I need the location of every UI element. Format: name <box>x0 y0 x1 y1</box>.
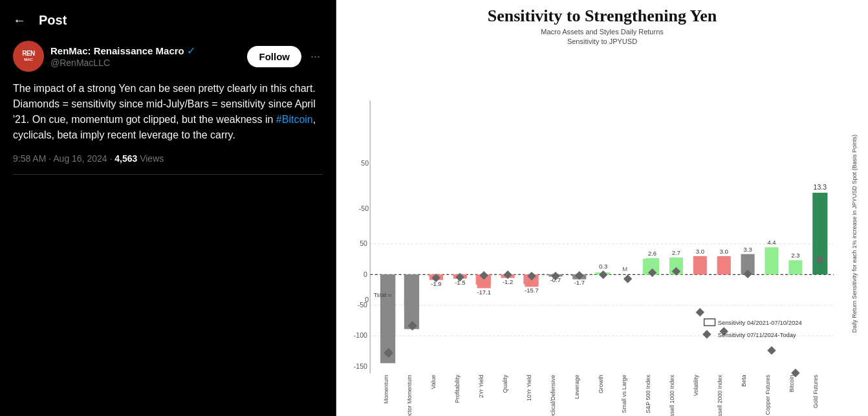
profile-row: REN MAC RenMac: Renaissance Macro ✓ @Ren… <box>13 41 323 72</box>
bitcoin-hashtag[interactable]: #Bitcoin <box>276 114 313 125</box>
tweet-views-label: Views <box>140 153 164 164</box>
svg-text:Growth: Growth <box>598 375 604 393</box>
tweet-meta: 9:58 AM · Aug 16, 2024 · 4,563 Views <box>13 153 323 164</box>
chart-subtitle: Macro Assets and Styles Daily Returns Se… <box>343 27 862 47</box>
back-button[interactable]: ← <box>13 10 31 30</box>
svg-text:0.3: 0.3 <box>599 263 607 270</box>
follow-button[interactable]: Follow <box>247 46 301 67</box>
svg-text:3.0: 3.0 <box>720 247 728 254</box>
chart-title: Sensitivity to Strengthening Yen <box>343 6 862 26</box>
divider <box>13 174 323 175</box>
svg-text:M: M <box>622 265 627 272</box>
svg-text:0: 0 <box>363 270 367 278</box>
svg-text:50: 50 <box>360 239 367 247</box>
svg-text:4.4: 4.4 <box>767 239 776 246</box>
svg-text:Bitcoin: Bitcoin <box>788 375 795 392</box>
svg-text:Tstat =: Tstat = <box>373 291 392 298</box>
svg-text:Gold Futures: Gold Futures <box>812 375 819 408</box>
svg-text:-50: -50 <box>359 204 369 212</box>
svg-rect-94 <box>704 319 715 326</box>
svg-rect-66 <box>624 274 632 283</box>
svg-rect-69 <box>696 308 704 316</box>
svg-text:Leverage: Leverage <box>574 375 580 399</box>
profile-handle: @RenMacLLC <box>50 58 241 68</box>
chart-main: 50 0 -50 50 0 -50 -100 <box>343 51 847 416</box>
tweet-timestamp: 9:58 AM · Aug 16, 2024 <box>13 153 107 164</box>
svg-text:-1.2: -1.2 <box>503 278 513 285</box>
chart-svg: 50 0 -50 50 0 -50 -100 <box>343 51 847 416</box>
profile-info: RenMac: Renaissance Macro ✓ @RenMacLLC <box>50 45 241 68</box>
svg-text:-1.7: -1.7 <box>574 279 585 286</box>
tweet-text-before: The impact of a strong Yen can be seen p… <box>13 83 316 125</box>
svg-text:S&P 500 Index: S&P 500 Index <box>645 375 651 413</box>
svg-text:2.7: 2.7 <box>672 249 680 256</box>
svg-text:-17.1: -17.1 <box>477 289 491 296</box>
post-header: ← Post <box>13 10 323 30</box>
avatar-text-small: MAC <box>24 58 33 62</box>
svg-text:2Yr Yield: 2Yr Yield <box>478 375 484 398</box>
svg-text:Momentum: Momentum <box>383 375 389 404</box>
chart-y-axis-label: Daily Return Sensitivity for each 1% inc… <box>847 51 862 416</box>
bar-sector-momentum <box>404 274 419 329</box>
tweet-body: The impact of a strong Yen can be seen p… <box>13 81 323 143</box>
profile-name-row: RenMac: Renaissance Macro ✓ <box>50 45 241 57</box>
chart-area: 50 0 -50 50 0 -50 -100 <box>343 51 862 416</box>
svg-rect-32 <box>693 256 707 274</box>
more-button[interactable]: ··· <box>308 47 323 66</box>
avatar-text-big: REN <box>22 50 35 58</box>
svg-text:2.3: 2.3 <box>791 252 799 259</box>
svg-text:2.6: 2.6 <box>648 250 656 257</box>
svg-text:Value: Value <box>430 375 437 389</box>
svg-text:Beta: Beta <box>741 375 747 386</box>
svg-rect-65 <box>599 270 607 279</box>
svg-text:Quality: Quality <box>502 375 508 393</box>
svg-text:50: 50 <box>361 159 369 166</box>
svg-text:Sector Momentum: Sector Momentum <box>406 375 413 416</box>
profile-name: RenMac: Renaissance Macro <box>50 45 184 56</box>
page-title: Post <box>39 13 67 28</box>
svg-rect-35 <box>765 247 778 274</box>
svg-text:Cyclical/Defensive: Cyclical/Defensive <box>550 375 556 416</box>
svg-text:3.3: 3.3 <box>744 245 752 252</box>
svg-text:Volatility: Volatility <box>693 375 699 396</box>
svg-rect-36 <box>788 260 802 274</box>
svg-text:Sensitivity 04/2021-07/10/2024: Sensitivity 04/2021-07/10/2024 <box>718 319 802 326</box>
svg-text:3.0: 3.0 <box>696 247 704 254</box>
svg-text:Small vs Large: Small vs Large <box>621 375 627 413</box>
svg-rect-96 <box>702 330 711 338</box>
verified-badge: ✓ <box>187 45 195 57</box>
avatar: REN MAC <box>13 41 44 72</box>
svg-text:Copper Futures: Copper Futures <box>765 375 771 415</box>
tweet-views-count: 4,563 <box>114 153 137 164</box>
right-panel: Sensitivity to Strengthening Yen Macro A… <box>336 0 868 416</box>
svg-text:Russell 2000 Index: Russell 2000 Index <box>717 375 723 416</box>
svg-rect-33 <box>717 256 731 274</box>
svg-text:Russell 1000 Index: Russell 1000 Index <box>669 375 675 416</box>
svg-rect-72 <box>767 346 776 355</box>
svg-text:-50: -50 <box>358 301 367 309</box>
svg-text:-150: -150 <box>354 362 367 370</box>
svg-text:-15.7: -15.7 <box>525 287 539 294</box>
svg-text:Profitability: Profitability <box>454 375 461 403</box>
svg-text:13.3: 13.3 <box>814 182 827 190</box>
svg-rect-0 <box>370 87 834 373</box>
svg-text:Sensitivity 07/11/2024-Today: Sensitivity 07/11/2024-Today <box>718 331 796 338</box>
left-panel: ← Post REN MAC RenMac: Renaissance Macro… <box>0 0 336 416</box>
svg-text:-100: -100 <box>354 331 367 339</box>
svg-text:10Yr Yield: 10Yr Yield <box>526 375 532 401</box>
